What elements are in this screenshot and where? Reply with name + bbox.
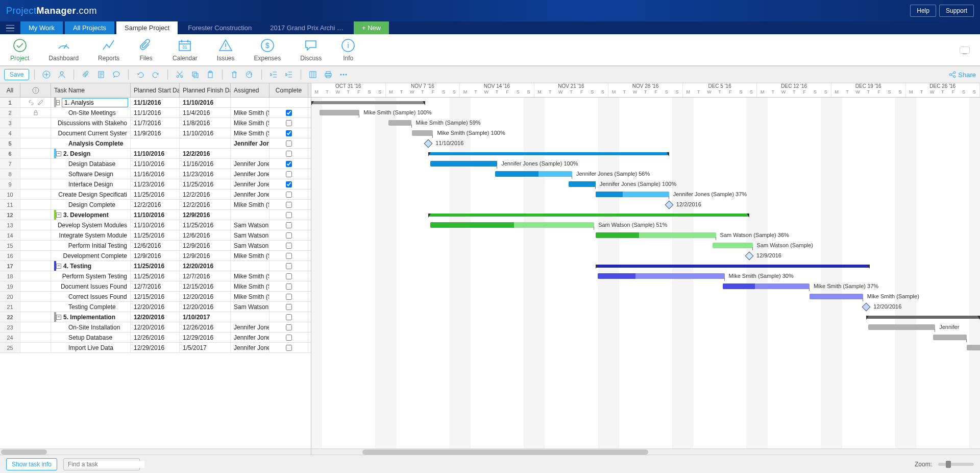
gantt-body[interactable]: Mike Smith (Sample) 100%Mike Smith (Samp… xyxy=(311,98,980,448)
table-row[interactable]: 14Integrate System Module11/25/201612/6/… xyxy=(0,230,311,241)
table-row[interactable]: 12−3. Development11/10/201612/9/2016 xyxy=(0,210,311,220)
gantt-bar[interactable] xyxy=(723,283,810,289)
section-dashboard[interactable]: Dashboard xyxy=(48,38,79,62)
note-icon[interactable] xyxy=(94,68,108,81)
section-project[interactable]: Project xyxy=(10,38,29,62)
table-row[interactable]: 25Import Live Data12/29/20161/5/2017Jenn… xyxy=(0,343,311,353)
show-task-info-button[interactable]: Show task info xyxy=(6,458,57,470)
table-row[interactable]: 22−5. Implementation12/20/20161/10/2017 xyxy=(0,312,311,322)
table-row[interactable]: 21Testing Complete12/20/201612/20/2016Sa… xyxy=(0,302,311,312)
copy-icon[interactable] xyxy=(188,68,202,81)
complete-checkbox[interactable] xyxy=(286,324,292,330)
complete-checkbox[interactable] xyxy=(286,202,292,208)
gantt-bar[interactable] xyxy=(596,192,669,197)
gantt-hscroll[interactable] xyxy=(311,448,980,455)
hamburger-icon[interactable] xyxy=(2,21,18,34)
tab-my-work[interactable]: My Work xyxy=(20,21,63,34)
minimize-icon[interactable]: _ xyxy=(960,46,970,54)
col-assigned[interactable]: Assigned xyxy=(231,83,270,97)
table-row[interactable]: 15Perform Initial Testing12/6/201612/9/2… xyxy=(0,241,311,251)
section-info[interactable]: i Info xyxy=(341,38,355,62)
table-row[interactable]: 13Develop System Modules11/10/201611/25/… xyxy=(0,220,311,230)
gantt-bar[interactable] xyxy=(388,120,412,126)
tab-new[interactable]: + New xyxy=(354,21,389,34)
col-all[interactable]: All xyxy=(0,83,20,97)
tab-grand-prix[interactable]: 2017 Grand Prix Archi … xyxy=(262,21,352,34)
complete-checkbox[interactable] xyxy=(286,273,292,279)
paste-icon[interactable] xyxy=(204,68,217,81)
table-row[interactable]: 8Software Design11/16/201611/23/2016Jenn… xyxy=(0,169,311,179)
col-complete[interactable]: Complete xyxy=(270,83,308,97)
table-row[interactable]: 23On-Site Installation12/20/201612/26/20… xyxy=(0,322,311,333)
trash-icon[interactable] xyxy=(228,68,241,81)
complete-checkbox[interactable] xyxy=(286,345,292,351)
tab-forester[interactable]: Forester Construction xyxy=(180,21,260,34)
zoom-slider[interactable] xyxy=(938,463,974,466)
person-icon[interactable] xyxy=(55,68,68,81)
gantt-bar[interactable] xyxy=(495,171,572,177)
table-row[interactable]: 20Correct Issues Found12/15/201612/20/20… xyxy=(0,292,311,302)
complete-checkbox[interactable] xyxy=(286,130,292,136)
collapse-toggle[interactable]: − xyxy=(56,212,61,218)
help-button[interactable]: Help xyxy=(910,5,936,17)
table-row[interactable]: 9Interface Design11/23/201611/25/2016Jen… xyxy=(0,179,311,190)
table-row[interactable]: 10Create Design Specificati11/25/201612/… xyxy=(0,190,311,200)
col-start[interactable]: Planned Start Date xyxy=(131,83,180,97)
table-row[interactable]: 16Development Complete12/9/201612/9/2016… xyxy=(0,251,311,261)
section-discuss[interactable]: Discuss xyxy=(300,38,322,62)
palette-icon[interactable] xyxy=(243,68,256,81)
comment-icon[interactable] xyxy=(110,68,123,81)
section-issues[interactable]: Issues xyxy=(217,38,235,62)
table-row[interactable]: 5Analysis CompleteJennifer Jones xyxy=(0,138,311,149)
complete-checkbox[interactable] xyxy=(286,151,292,157)
cut-icon[interactable] xyxy=(173,68,186,81)
section-calendar[interactable]: 31 Calendar xyxy=(173,38,198,62)
tab-all-projects[interactable]: All Projects xyxy=(65,21,114,34)
complete-checkbox[interactable] xyxy=(286,294,292,300)
table-row[interactable]: 19Document Issues Found12/7/201612/15/20… xyxy=(0,281,311,292)
add-circle-icon[interactable] xyxy=(40,68,53,81)
complete-checkbox[interactable] xyxy=(286,171,292,177)
outdent-icon[interactable] xyxy=(267,68,280,81)
table-row[interactable]: 3Discussions with Stakeho11/7/201611/8/2… xyxy=(0,118,311,128)
complete-checkbox[interactable] xyxy=(286,232,292,239)
gantt-bar[interactable] xyxy=(412,130,433,136)
complete-checkbox[interactable] xyxy=(286,304,292,310)
complete-checkbox[interactable] xyxy=(286,110,292,116)
gantt-bar[interactable] xyxy=(596,232,716,238)
undo-icon[interactable] xyxy=(134,68,147,81)
table-row[interactable]: 6−2. Design11/10/201612/2/2016 xyxy=(0,149,311,159)
complete-checkbox[interactable] xyxy=(286,283,292,290)
gantt-bar[interactable] xyxy=(713,243,753,248)
attachment-icon[interactable] xyxy=(79,68,92,81)
complete-checkbox[interactable] xyxy=(286,314,292,320)
table-row[interactable]: 11Design Complete12/2/201612/2/2016Mike … xyxy=(0,200,311,210)
collapse-toggle[interactable]: − xyxy=(56,151,61,156)
gantt-bar[interactable] xyxy=(430,222,594,228)
complete-checkbox[interactable] xyxy=(286,161,292,167)
table-row[interactable]: 18Perform System Testing11/25/201612/7/2… xyxy=(0,271,311,281)
table-row[interactable]: 17−4. Testing11/25/201612/20/2016 xyxy=(0,261,311,271)
task-name-input[interactable] xyxy=(62,98,128,107)
gantt-bar[interactable] xyxy=(320,110,360,115)
section-expenses[interactable]: $ Expenses xyxy=(254,38,281,62)
col-finish[interactable]: Planned Finish Date xyxy=(180,83,231,97)
col-task-name[interactable]: Task Name xyxy=(51,83,131,97)
share-button[interactable]: Share xyxy=(949,71,976,79)
indent-icon[interactable] xyxy=(282,68,296,81)
gantt-bar[interactable] xyxy=(598,273,725,279)
columns-icon[interactable] xyxy=(306,68,320,81)
table-row[interactable]: 24Setup Database12/26/201612/29/2016Jenn… xyxy=(0,333,311,343)
complete-checkbox[interactable] xyxy=(286,212,292,218)
gantt-bar[interactable] xyxy=(868,324,935,330)
redo-icon[interactable] xyxy=(149,68,162,81)
print-icon[interactable] xyxy=(322,68,335,81)
gantt-bar[interactable] xyxy=(967,345,980,350)
complete-checkbox[interactable] xyxy=(286,181,292,187)
gantt-bar[interactable] xyxy=(430,161,497,167)
collapse-toggle[interactable]: − xyxy=(56,100,60,105)
table-row[interactable]: 4Document Current Syster11/9/201611/10/2… xyxy=(0,128,311,138)
gantt-bar[interactable] xyxy=(933,335,967,340)
complete-checkbox[interactable] xyxy=(286,263,292,269)
complete-checkbox[interactable] xyxy=(286,140,292,147)
